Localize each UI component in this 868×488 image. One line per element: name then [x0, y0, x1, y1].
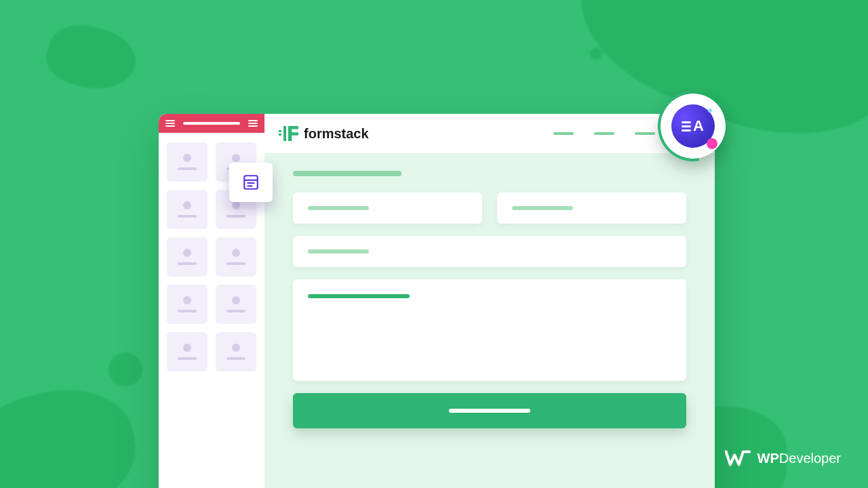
- widget-item[interactable]: [216, 237, 256, 277]
- dragged-widget[interactable]: [229, 163, 273, 202]
- widget-item[interactable]: [216, 332, 256, 371]
- sidebar-title-placeholder: [183, 122, 240, 125]
- wpdeveloper-brand: WPDeveloper: [725, 449, 841, 468]
- field-placeholder: [308, 206, 369, 210]
- formstack-logo-icon: [283, 126, 298, 141]
- form-field[interactable]: [497, 192, 686, 224]
- field-placeholder: [308, 294, 410, 298]
- brand-name: formstack: [304, 126, 369, 142]
- form-textarea[interactable]: [293, 279, 686, 381]
- widget-item[interactable]: [167, 237, 208, 277]
- wpdeveloper-logo-icon: [725, 449, 751, 468]
- submit-label-placeholder: [449, 409, 530, 413]
- widget-item[interactable]: [167, 332, 208, 371]
- field-placeholder: [512, 206, 573, 210]
- form-field[interactable]: [293, 192, 482, 224]
- submit-button[interactable]: [293, 393, 686, 428]
- bg-blob: [0, 379, 145, 488]
- nav-link[interactable]: [594, 132, 614, 135]
- sidebar-header: [159, 114, 264, 133]
- bg-blob: [41, 17, 142, 99]
- ea-badge-inner: A: [671, 104, 715, 148]
- menu-icon[interactable]: [248, 120, 258, 127]
- widget-item[interactable]: [216, 285, 256, 324]
- widget-item[interactable]: [167, 190, 208, 229]
- bg-blob: [590, 47, 602, 60]
- ea-badge-label: A: [682, 117, 705, 135]
- nav-link[interactable]: [635, 132, 655, 135]
- ea-badge: A: [660, 94, 726, 159]
- bg-blob: [108, 352, 142, 386]
- widget-item[interactable]: [167, 142, 208, 182]
- hamburger-icon[interactable]: [165, 120, 175, 127]
- main-panel: formstack: [264, 114, 715, 488]
- brand: formstack: [283, 126, 369, 142]
- form-canvas: [264, 153, 715, 428]
- wpdeveloper-text: WPDeveloper: [757, 451, 841, 466]
- form-widget-icon: [242, 174, 260, 191]
- form-field[interactable]: [293, 236, 686, 267]
- nav-link[interactable]: [553, 132, 574, 135]
- field-placeholder: [308, 249, 369, 253]
- form-title-placeholder: [293, 171, 401, 176]
- main-header: formstack: [264, 114, 715, 153]
- widget-item[interactable]: [167, 285, 208, 324]
